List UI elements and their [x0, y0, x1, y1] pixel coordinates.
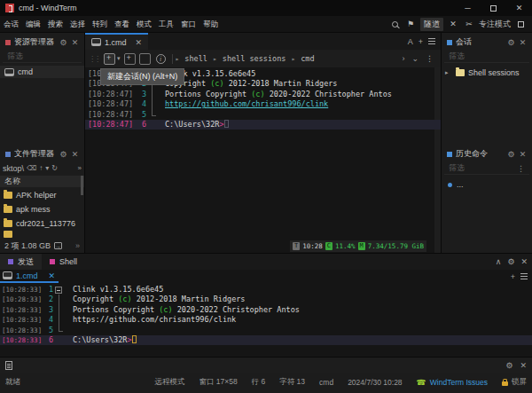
subtab-1cmd[interactable]: 1.cmd ✕ [0, 270, 59, 283]
menu-item-6[interactable]: 模式 [133, 20, 155, 28]
menu-item-1[interactable]: 编辑 [22, 20, 44, 28]
clear-path-icon[interactable]: ⌫ [27, 164, 36, 172]
resource-monitor: T 10:28 C 11.4% M 7.34/15.79 GiB [290, 240, 426, 252]
menu-item-2[interactable]: 搜索 [44, 20, 66, 28]
open-location-icon[interactable]: → [54, 242, 62, 249]
lower-close-icon[interactable]: ✕ [520, 361, 527, 370]
tab-send[interactable]: 发送 [0, 254, 42, 270]
status-item[interactable]: cmd [319, 378, 333, 387]
history-close-icon[interactable]: ✕ [517, 150, 528, 159]
subtab-close-icon[interactable]: ✕ [49, 271, 56, 280]
status-item[interactable]: 2024/7/30 10:28 [348, 378, 402, 387]
tab-list-icon[interactable] [428, 38, 435, 44]
menu-item-8[interactable]: 窗口 [177, 20, 200, 28]
explorer-close-icon[interactable]: ✕ [69, 38, 81, 47]
name-column-header[interactable]: 名称 [0, 176, 84, 187]
file-row[interactable]: apk mess [0, 202, 84, 216]
status-more-icon[interactable]: » [75, 241, 80, 250]
breadcrumb-segment[interactable]: shell [184, 54, 207, 63]
menu-item-0[interactable]: 会话 [0, 20, 22, 28]
breadcrumb-segment[interactable]: cmd [301, 54, 314, 63]
breadcrumb-expand-icon[interactable]: ⌄ [411, 54, 419, 63]
status-item[interactable]: 字符 13 [279, 377, 305, 388]
maximize-button[interactable] [481, 0, 506, 16]
terminal-output[interactable]: 新建会话(N) (Alt+N) T 10:28 C 11.4% M 7.34/1… [85, 67, 441, 253]
file-list-scrollbar[interactable] [81, 176, 83, 195]
fold-guide [53, 335, 65, 345]
focus-mode-button[interactable]: 专注模式 [479, 19, 511, 30]
status-item[interactable]: 行 6 [252, 377, 266, 388]
history-menu-icon[interactable]: ⋮ [517, 164, 525, 173]
new-session-button[interactable] [104, 53, 115, 65]
close-button[interactable]: ✕ [506, 0, 532, 16]
toolbar-menu-icon[interactable]: ⋮ [426, 54, 434, 63]
fold-toggle-icon[interactable] [53, 285, 65, 295]
status-item[interactable]: 窗口 17×58 [199, 377, 237, 388]
tab-close-icon[interactable]: ✕ [136, 38, 143, 47]
add-subtab-icon[interactable]: + [511, 272, 515, 281]
menu-item-3[interactable]: 选择 [66, 20, 89, 28]
search-icon[interactable] [388, 18, 401, 30]
layout-icon[interactable] [514, 18, 527, 30]
file-manager-settings-icon[interactable]: ⚙ [58, 150, 69, 159]
tunnel-button[interactable]: 隧道 [420, 18, 443, 31]
tunnel-close-icon[interactable]: ✕ [447, 18, 459, 30]
duplicate-session-button[interactable] [124, 53, 136, 65]
focus-scissors-icon[interactable]: ✂ [463, 18, 475, 30]
tunnel-flag-icon[interactable]: ⚑ [404, 18, 417, 30]
tab-shell[interactable]: Shell [42, 254, 85, 270]
menu-item-7[interactable]: 工具 [155, 20, 177, 28]
explorer-settings-icon[interactable]: ⚙ [58, 38, 69, 47]
menu-item-9[interactable]: 帮助 [200, 20, 222, 28]
tab-1cmd[interactable]: 1.cmd ✕ [85, 33, 148, 50]
breadcrumb-segment[interactable]: shell sessions [223, 54, 286, 63]
minimize-button[interactable]: ─ [455, 0, 481, 16]
file-row[interactable]: APK helper [0, 188, 84, 202]
collapse-panel-icon[interactable]: ∧ [496, 257, 502, 266]
menu-item-4[interactable]: 转到 [89, 20, 111, 28]
subtab-list-icon[interactable] [520, 273, 528, 279]
up-directory-icon[interactable]: ↑ [39, 164, 43, 172]
path-input[interactable]: sktop\ [3, 164, 24, 173]
file-row[interactable]: cdr2021_113776 [0, 216, 84, 231]
windterm-issues-link[interactable]: ☎WindTerm Issues [417, 378, 488, 387]
lock-screen-button[interactable]: 锁屏 [502, 377, 527, 388]
session-close-icon[interactable]: ✕ [517, 38, 528, 47]
line-number: 6 [41, 335, 53, 345]
bottom-terminal-output[interactable]: [10:28:33]1Clink v1.3.15.6e6e45[10:28:33… [0, 283, 532, 357]
status-item[interactable]: 远程模式 [154, 377, 184, 388]
bottom-subtab-bar: 1.cmd ✕ + [0, 270, 532, 283]
lower-settings-icon[interactable]: ⚙ [505, 361, 512, 370]
bottom-close-icon[interactable]: ✕ [520, 257, 528, 266]
history-settings-icon[interactable]: ⚙ [505, 150, 517, 159]
terminal-line-5: [10:28:33]5 [0, 326, 532, 335]
history-item[interactable]: ... [442, 178, 532, 191]
tree-item-shell-sessions[interactable]: ▸ Shell sessions [442, 66, 532, 80]
file-row-clipped[interactable] [0, 231, 84, 238]
session-filter-input[interactable]: 筛选 [444, 51, 529, 63]
bottom-settings-icon[interactable]: ⚙ [507, 257, 514, 266]
open-session-button[interactable] [139, 53, 151, 65]
path-dropdown-icon[interactable]: ▾ [45, 164, 49, 172]
info-icon[interactable]: i [156, 54, 166, 64]
session-settings-icon[interactable]: ⚙ [505, 38, 517, 47]
folder-icon [4, 206, 12, 213]
explorer-item-cmd[interactable]: cmd [0, 66, 84, 78]
file-manager-close-icon[interactable]: ✕ [69, 150, 81, 159]
terminal-line-3: [10:28:33]3Portions Copyright (c) 2020-2… [0, 305, 532, 315]
fold-guide [53, 315, 65, 325]
buffer-document-icon[interactable] [5, 361, 12, 370]
refresh-icon[interactable]: ↻ [51, 164, 58, 172]
font-size-button[interactable]: A [408, 37, 413, 46]
line-timestamp: [10:28:33] [0, 305, 41, 315]
new-session-dropdown-icon[interactable]: ▾ [117, 55, 121, 62]
lower-toolbar: ⚙ ✕ [0, 357, 532, 373]
breadcrumb-next-icon[interactable]: › [402, 54, 404, 63]
tree-expand-icon[interactable]: ▸ [445, 69, 452, 76]
explorer-filter-input[interactable]: 筛选 [3, 51, 82, 63]
history-filter-input[interactable]: 筛选⋮ [444, 162, 529, 175]
toolbar-grip[interactable]: ⋮⋮ [89, 55, 99, 63]
menu-item-5[interactable]: 查看 [111, 20, 133, 28]
more-chevron-icon[interactable]: » [78, 164, 82, 172]
new-tab-icon[interactable]: + [419, 37, 423, 46]
